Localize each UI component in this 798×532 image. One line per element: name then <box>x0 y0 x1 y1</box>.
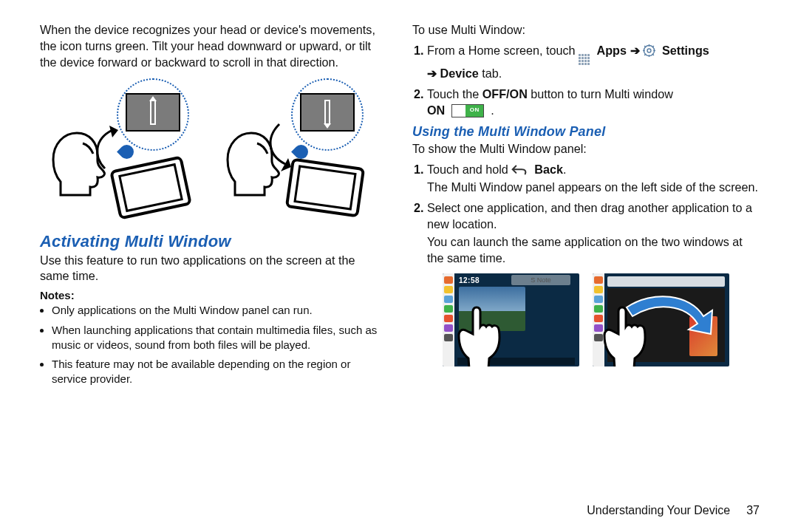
tilt-up-scene <box>40 81 210 222</box>
arrow-icon: ➔ <box>427 66 440 80</box>
heading-using-panel: Using the Multi Window Panel <box>412 124 760 140</box>
scroll-up-icon <box>150 100 156 125</box>
to-show: To show the Multi Window panel: <box>412 141 760 157</box>
motion-arrow-icon <box>262 118 294 177</box>
notes-label: Notes: <box>40 289 387 301</box>
tablet-icon <box>106 154 195 222</box>
step-cont: The Multi Window panel appears on the le… <box>427 180 760 196</box>
step-cont: You can launch the same application on t… <box>427 234 760 267</box>
motion-arrow-icon <box>87 123 120 177</box>
screen-up <box>126 93 180 132</box>
magnifier-circle <box>291 78 364 151</box>
step-item: Select one application, and then drag an… <box>427 200 760 266</box>
enable-steps: From a Home screen, touch Apps ➔ Setting… <box>412 43 760 119</box>
heading-activating: Activating Multi Window <box>40 232 387 251</box>
apps-grid-icon <box>579 54 590 66</box>
step-item: Touch the OFF/ON button to turn Multi wi… <box>427 86 760 119</box>
manual-page: When the device recognizes your head or … <box>0 0 798 532</box>
tab-word: tab. <box>482 66 502 80</box>
two-column-layout: When the device recognizes your head or … <box>40 22 760 497</box>
notes-list: Only applications on the Multi Window pa… <box>40 303 387 386</box>
panel-steps: Touch and hold Back. The Multi Window pa… <box>412 162 760 266</box>
to-use: To use Multi Window: <box>412 22 760 38</box>
step-text: button to turn Multi window <box>531 87 673 100</box>
magnifier-circle <box>117 78 189 151</box>
gear-icon <box>643 44 655 57</box>
screen-down <box>300 93 355 132</box>
step-text: Touch and hold <box>427 163 511 176</box>
note-item: This feature may not be available depend… <box>52 357 387 387</box>
step-text: Touch the <box>427 87 482 100</box>
step-item: Touch and hold Back. The Multi Window pa… <box>427 162 760 196</box>
intro-paragraph: When the device recognizes your head or … <box>40 22 387 71</box>
arrow-icon: ➔ <box>630 44 644 57</box>
sidebar-icons <box>443 273 454 366</box>
svg-rect-3 <box>295 166 355 209</box>
screenshot-home: 12:58 S Note <box>443 273 579 366</box>
toggle-label: ON <box>466 105 483 117</box>
use-paragraph: Use this feature to run two applications… <box>40 253 387 285</box>
right-column: To use Multi Window: From a Home screen,… <box>412 22 760 497</box>
section-title: Understanding Your Device <box>587 504 730 517</box>
on-label: ON <box>427 103 445 117</box>
page-number: 37 <box>746 504 760 517</box>
tilt-figure <box>40 81 387 222</box>
left-column: When the device recognizes your head or … <box>40 22 387 497</box>
tilt-down-scene <box>214 81 384 222</box>
note-item: Only applications on the Multi Window pa… <box>52 303 387 318</box>
multiwindow-figure: 12:58 S Note <box>412 273 760 366</box>
offon-label: OFF/ON <box>482 87 528 100</box>
step-text: Select one application, and then drag an… <box>427 201 752 231</box>
apps-label: Apps <box>594 44 627 57</box>
back-label: Back <box>531 163 563 176</box>
step-text: From a Home screen, touch <box>427 44 579 57</box>
hand-pointer-icon <box>600 303 653 366</box>
step-item: From a Home screen, touch Apps ➔ Setting… <box>427 43 760 82</box>
back-icon <box>511 163 528 174</box>
note-tab: S Note <box>511 275 570 285</box>
toggle-on-icon: ON <box>451 104 484 117</box>
screenshot-drag <box>593 273 729 366</box>
device-label: Device <box>440 66 479 80</box>
clock-widget: 12:58 <box>459 276 480 284</box>
svg-point-5 <box>647 49 651 52</box>
browser-bar-icon <box>607 276 725 287</box>
settings-label: Settings <box>659 44 709 57</box>
hand-pointer-icon <box>454 303 508 366</box>
note-item: When launching applications that contain… <box>52 323 387 353</box>
tablet-icon <box>281 154 369 222</box>
scroll-down-icon <box>324 100 330 125</box>
page-footer: Understanding Your Device 37 <box>40 497 760 517</box>
